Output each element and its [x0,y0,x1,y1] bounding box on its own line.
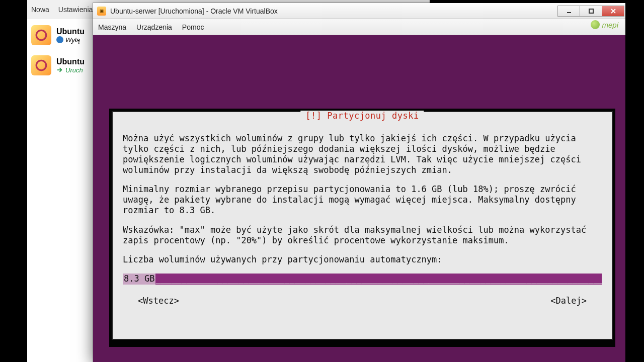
vm-window: ▣ Ubuntu-serwer [Uruchomiona] - Oracle V… [93,3,625,362]
minimize-button[interactable] [557,6,580,17]
running-arrow-icon [56,66,63,73]
dialog-paragraph: Minimalny rozmiar wybranego przepisu par… [123,184,602,216]
menu-pomoc[interactable]: Pomoc [182,23,204,31]
input-fill: ________________________________________… [155,274,602,285]
dialog-paragraph: Wskazówka: "max" może być użyte jako skr… [123,225,602,246]
power-off-icon [56,36,63,43]
close-button[interactable] [602,6,624,17]
maximize-button[interactable] [580,6,602,17]
window-title: Ubuntu-serwer [Uruchomiona] - Oracle VM … [110,7,558,15]
volume-size-input[interactable]: 8.3 GB _________________________________… [123,274,602,285]
watermark-dot-icon [591,20,600,29]
back-button[interactable]: <Wstecz> [138,296,179,306]
installer-frame: [!] Partycjonuj dyski Można użyć wszystk… [109,109,615,347]
virtualbox-icon: ▣ [97,7,106,16]
vm-os-icon [31,55,51,75]
menu-urzadzenia[interactable]: Urządzenia [136,23,172,31]
dialog-paragraph: Można użyć wszystkich woluminów z grupy … [123,133,602,175]
partition-dialog: [!] Partycjonuj dyski Można użyć wszystk… [112,111,613,340]
vm-titlebar[interactable]: ▣ Ubuntu-serwer [Uruchomiona] - Oracle V… [93,3,625,19]
svg-rect-3 [589,9,593,13]
input-value: 8.3 GB [123,274,155,285]
vm-state-label: Uruch [56,66,85,74]
menu-maszyna[interactable]: Maszyna [98,23,126,31]
svg-point-0 [36,30,46,40]
next-button[interactable]: <Dalej> [550,296,587,306]
guest-screen: [!] Partycjonuj dyski Można użyć wszystk… [93,35,625,362]
toolbar-ustawienia[interactable]: Ustawienia [58,6,93,14]
dialog-prompt: Liczba woluminów używanych przy partycjo… [123,254,602,265]
vm-os-icon [31,25,51,45]
vm-name-label: Ubuntu [56,27,85,36]
watermark-label: mepi [591,20,618,29]
vm-state-label: Wyłą [56,36,85,44]
vm-name-label: Ubuntu [56,57,85,66]
toolbar-nowa[interactable]: Nowa [31,6,49,14]
vm-menubar: Maszyna Urządzenia Pomoc mepi [93,19,625,35]
dialog-title: [!] Partycjonuj dyski [300,111,424,121]
svg-point-1 [36,60,46,70]
